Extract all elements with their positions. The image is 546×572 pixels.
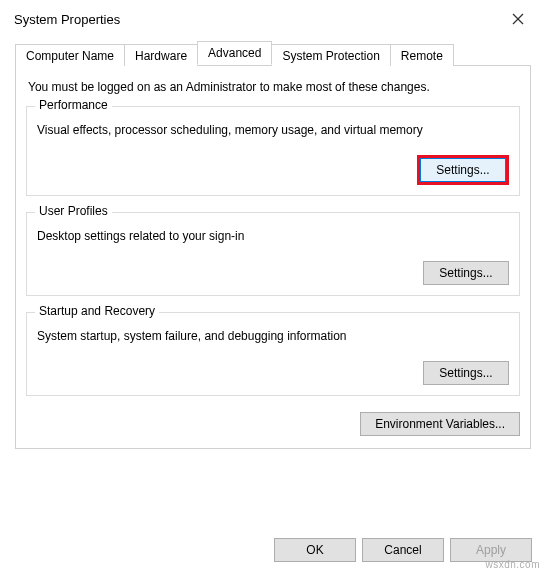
tab-hardware[interactable]: Hardware (124, 44, 198, 66)
performance-desc: Visual effects, processor scheduling, me… (37, 123, 509, 137)
performance-group: Performance Visual effects, processor sc… (26, 106, 520, 196)
startup-recovery-group: Startup and Recovery System startup, sys… (26, 312, 520, 396)
env-variables-row: Environment Variables... (26, 412, 520, 436)
tab-strip: Computer Name Hardware Advanced System P… (15, 42, 531, 66)
startup-recovery-legend: Startup and Recovery (35, 304, 159, 318)
ok-button[interactable]: OK (274, 538, 356, 562)
tab-computer-name[interactable]: Computer Name (15, 44, 125, 66)
cancel-button[interactable]: Cancel (362, 538, 444, 562)
environment-variables-button[interactable]: Environment Variables... (360, 412, 520, 436)
startup-recovery-desc: System startup, system failure, and debu… (37, 329, 509, 343)
tab-remote[interactable]: Remote (390, 44, 454, 66)
window-title: System Properties (14, 12, 120, 27)
performance-legend: Performance (35, 98, 112, 112)
close-button[interactable] (504, 5, 532, 33)
tab-system-protection[interactable]: System Protection (271, 44, 390, 66)
startup-recovery-button-row: Settings... (37, 361, 509, 385)
user-profiles-group: User Profiles Desktop settings related t… (26, 212, 520, 296)
startup-recovery-settings-button[interactable]: Settings... (423, 361, 509, 385)
titlebar: System Properties (0, 0, 546, 36)
advanced-panel: You must be logged on as an Administrato… (15, 66, 531, 449)
performance-settings-button[interactable]: Settings... (417, 155, 509, 185)
user-profiles-desc: Desktop settings related to your sign-in (37, 229, 509, 243)
admin-notice: You must be logged on as an Administrato… (26, 80, 520, 94)
close-icon (512, 13, 524, 25)
performance-button-row: Settings... (37, 155, 509, 185)
tab-advanced[interactable]: Advanced (197, 41, 272, 65)
watermark: wsxdn.com (485, 559, 540, 570)
user-profiles-settings-button[interactable]: Settings... (423, 261, 509, 285)
system-properties-window: System Properties Computer Name Hardware… (0, 0, 546, 572)
user-profiles-legend: User Profiles (35, 204, 112, 218)
user-profiles-button-row: Settings... (37, 261, 509, 285)
content-area: Computer Name Hardware Advanced System P… (0, 36, 546, 449)
